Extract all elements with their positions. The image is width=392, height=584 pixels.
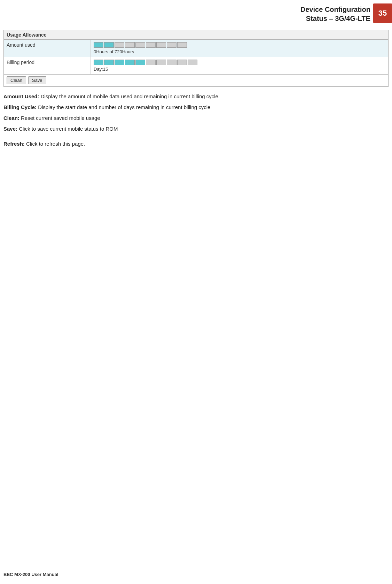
table-section-title: Usage Allowance — [4, 30, 388, 40]
progress-segment-filled-1 — [94, 42, 103, 48]
billing-seg-filled-3 — [115, 60, 124, 65]
billing-period-value: Day:15 — [91, 57, 388, 74]
desc-billing-cycle-label: Billing Cycle: — [3, 104, 37, 110]
amount-used-progress-bar — [94, 42, 385, 48]
desc-save-text: Click to save current mobile status to R… — [17, 126, 118, 132]
desc-clean: Clean: Reset current saved mobile usage — [3, 113, 389, 123]
billing-seg-filled-2 — [104, 60, 114, 65]
progress-segment-empty-4 — [146, 42, 156, 48]
clean-button[interactable]: Clean — [7, 76, 26, 84]
amount-used-value: 0Hours of 720Hours — [91, 40, 388, 57]
progress-segment-filled-2 — [104, 42, 114, 48]
billing-period-label: Billing period — [4, 57, 91, 74]
desc-amount-used: Amount Used: Display the amount of mobil… — [3, 92, 389, 101]
table-row-amount-used: Amount used 0Hours of 720Hours — [4, 40, 388, 57]
amount-used-text: 0Hours of 720Hours — [94, 49, 385, 54]
footer: BEC MX-200 User Manual — [3, 572, 58, 577]
progress-segment-empty-1 — [115, 42, 124, 48]
billing-seg-empty-5 — [188, 60, 197, 65]
billing-period-text: Day:15 — [94, 67, 385, 72]
page-header: Device Configuration Status – 3G/4G-LTE … — [0, 0, 392, 26]
desc-billing-cycle-text: Display the start date and number of day… — [37, 104, 210, 110]
billing-seg-empty-4 — [177, 60, 187, 65]
desc-clean-label: Clean: — [3, 115, 19, 121]
desc-clean-text: Reset current saved mobile usage — [19, 115, 100, 121]
progress-segment-empty-7 — [177, 42, 187, 48]
desc-amount-used-label: Amount Used: — [3, 93, 39, 99]
progress-segment-empty-5 — [156, 42, 166, 48]
billing-seg-empty-3 — [167, 60, 177, 65]
footer-text: BEC MX-200 User Manual — [3, 572, 58, 577]
desc-save: Save: Click to save current mobile statu… — [3, 124, 389, 133]
amount-used-label: Amount used — [4, 40, 91, 57]
desc-refresh-label: Refresh: — [3, 141, 25, 147]
billing-seg-empty-1 — [146, 60, 156, 65]
progress-segment-empty-3 — [135, 42, 145, 48]
billing-seg-empty-2 — [156, 60, 166, 65]
billing-seg-filled-1 — [94, 60, 103, 65]
page-title: Device Configuration Status – 3G/4G-LTE — [300, 3, 370, 23]
desc-refresh-text: Click to refresh this page. — [25, 141, 85, 147]
table-buttons-row: Clean Save — [4, 75, 388, 86]
billing-seg-filled-5 — [135, 60, 145, 65]
description-section: Amount Used: Display the amount of mobil… — [3, 92, 389, 148]
table-row-billing-period: Billing period Day:15 — [4, 57, 388, 75]
usage-allowance-table: Usage Allowance Amount used 0Hours of 72… — [3, 30, 389, 87]
save-button[interactable]: Save — [28, 76, 46, 84]
desc-refresh: Refresh: Click to refresh this page. — [3, 139, 389, 148]
progress-segment-empty-6 — [167, 42, 177, 48]
desc-amount-used-text: Display the amount of mobile data used a… — [39, 93, 220, 99]
desc-billing-cycle: Billing Cycle: Display the start date an… — [3, 102, 389, 112]
billing-seg-filled-4 — [125, 60, 135, 65]
page-number-badge: 35 — [373, 3, 392, 23]
progress-segment-empty-2 — [125, 42, 135, 48]
billing-period-bar — [94, 60, 385, 65]
desc-save-label: Save: — [3, 126, 17, 132]
